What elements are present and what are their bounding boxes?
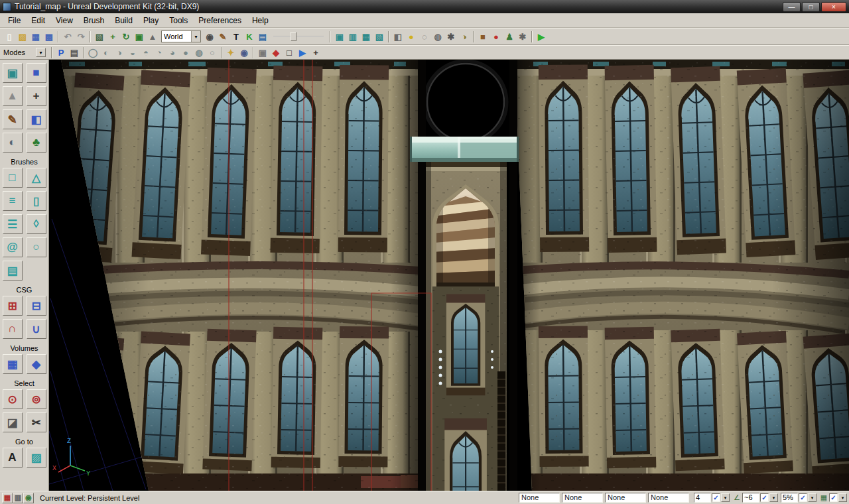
translate-widget-icon[interactable]: + xyxy=(106,30,119,43)
lock-selection-icon[interactable]: ✦ xyxy=(224,46,237,59)
build-options-icon[interactable]: ✱ xyxy=(516,30,529,43)
rotation-grid-value[interactable]: ~6 xyxy=(742,493,759,503)
select-inside-icon[interactable]: ⊙ xyxy=(3,389,23,409)
menu-item-file[interactable]: File xyxy=(3,15,26,27)
toggle-volume-icon[interactable]: ◆ xyxy=(27,354,46,374)
viewport-options-icon[interactable]: ▤ xyxy=(68,46,81,59)
save-all-icon[interactable]: ▩ xyxy=(42,30,56,43)
rotate-widget-icon[interactable]: ↻ xyxy=(119,30,133,43)
menu-item-preferences[interactable]: Preferences xyxy=(193,15,247,27)
menu-item-help[interactable]: Help xyxy=(247,15,274,27)
build-geometry-icon[interactable]: ◧ xyxy=(391,30,405,43)
go-to-builder-brush-icon[interactable]: ▨ xyxy=(27,448,46,468)
drag-grid-value[interactable]: 4 xyxy=(694,493,711,503)
maximize-button[interactable]: □ xyxy=(802,2,820,12)
foliage-mode-icon[interactable]: ♣ xyxy=(27,133,46,153)
show-flags-icon[interactable]: ◉ xyxy=(237,46,251,59)
terrain-editing-icon[interactable]: T xyxy=(229,30,243,43)
show-particles-icon[interactable]: ● xyxy=(179,46,192,59)
play-in-editor-icon[interactable]: ▶ xyxy=(535,30,548,43)
show-terrain-icon[interactable]: ◍ xyxy=(192,46,206,59)
new-map-icon[interactable]: ▯ xyxy=(3,30,16,43)
dropdown-arrow-icon[interactable]: ▾ xyxy=(191,31,200,42)
csg-intersect-icon[interactable]: ∩ xyxy=(3,319,23,339)
select-partial-icon[interactable]: ◪ xyxy=(3,412,23,432)
status-preview-icon[interactable]: ◉ xyxy=(23,493,34,503)
go-to-actor-icon[interactable]: A xyxy=(3,448,23,468)
play-in-viewport-icon[interactable]: ▶ xyxy=(296,46,309,59)
status-grid-icon[interactable]: ▥ xyxy=(13,493,23,503)
show-decals-icon[interactable]: ◓ xyxy=(139,46,153,59)
show-lighting-icon[interactable]: ◕ xyxy=(166,46,179,59)
redo-icon[interactable]: ↷ xyxy=(74,30,88,43)
build-paths-icon[interactable]: ◌ xyxy=(418,30,431,43)
perspective-view-icon[interactable]: P xyxy=(54,46,68,59)
world-frame-dropdown[interactable]: World▾ xyxy=(161,31,201,42)
status-property-field-2[interactable]: None xyxy=(562,493,603,503)
scale-snap-dropdown[interactable]: ▾ xyxy=(808,493,816,502)
camera-speed-icon[interactable]: ▲ xyxy=(146,30,159,43)
status-property-field-1[interactable]: None xyxy=(519,493,560,503)
csg-add-icon[interactable]: ⊞ xyxy=(3,296,23,316)
card-brush-icon[interactable]: ▤ xyxy=(3,261,23,281)
cone-brush-icon[interactable]: △ xyxy=(27,168,46,188)
scale-widget-icon[interactable]: ▣ xyxy=(133,30,146,43)
menu-item-build[interactable]: Build xyxy=(109,15,138,27)
build-lighting-icon[interactable]: ● xyxy=(405,30,418,43)
perspective-viewport[interactable]: Z X Y xyxy=(49,60,849,491)
generic-browser-icon[interactable]: ▣ xyxy=(333,30,346,43)
show-brushes-icon[interactable]: ◯ xyxy=(86,46,99,59)
status-property-field-3[interactable]: None xyxy=(605,493,646,503)
menu-item-play[interactable]: Play xyxy=(138,15,164,27)
actor-browser-icon[interactable]: ▦ xyxy=(359,30,373,43)
geometry-edit-mode-icon[interactable]: ◧ xyxy=(27,109,46,129)
build-cover-icon[interactable]: ◍ xyxy=(431,30,444,43)
pan-viewport-icon[interactable]: + xyxy=(309,46,322,59)
level-browser-icon[interactable]: ▥ xyxy=(346,30,359,43)
menu-item-view[interactable]: View xyxy=(50,15,78,27)
scene-manager-icon[interactable]: ▧ xyxy=(373,30,386,43)
title-bar[interactable]: Tutorial_map - Unreal Development Kit (3… xyxy=(0,0,849,13)
status-property-field-4[interactable]: None xyxy=(648,493,689,503)
sheet-brush-icon[interactable]: ◊ xyxy=(27,214,46,234)
menu-item-brush[interactable]: Brush xyxy=(78,15,109,27)
csg-deintersect-icon[interactable]: ∪ xyxy=(27,319,46,339)
texture-alignment-mode-icon[interactable]: ✎ xyxy=(3,109,23,129)
art-tools-icon[interactable]: ✎ xyxy=(216,30,229,43)
build-geometry-brown-icon[interactable]: ■ xyxy=(476,30,490,43)
build-all-icon[interactable]: ✱ xyxy=(444,30,458,43)
show-unlit-icon[interactable]: ○ xyxy=(206,46,219,59)
slider-thumb[interactable] xyxy=(291,32,296,41)
scale-snap-checkbox[interactable]: ✓ xyxy=(799,493,807,502)
autosave-dropdown[interactable]: ▾ xyxy=(838,493,847,502)
status-error-icon[interactable]: ▦ xyxy=(2,493,13,503)
lighting-quality-icon[interactable]: ◑ xyxy=(458,30,471,43)
cube-brush-icon[interactable]: □ xyxy=(3,168,23,188)
content-browser-icon[interactable]: ▤ xyxy=(256,30,269,43)
mesh-paint-mode-icon[interactable]: ◐ xyxy=(3,133,23,153)
geometry-mode-icon[interactable]: ■ xyxy=(27,63,46,83)
show-fog-icon[interactable]: ◔ xyxy=(153,46,166,59)
rotation-grid-dropdown[interactable]: ▾ xyxy=(769,493,778,502)
maximize-viewport-icon[interactable]: □ xyxy=(283,46,296,59)
rotation-grid-checkbox[interactable]: ✓ xyxy=(760,493,769,502)
drag-grid-dropdown[interactable]: ▾ xyxy=(721,493,730,502)
kismet-icon[interactable]: K xyxy=(243,30,256,43)
far-plane-slider[interactable] xyxy=(272,31,325,42)
open-map-icon[interactable]: ▨ xyxy=(16,30,29,43)
build-ai-paths-icon[interactable]: ♟ xyxy=(503,30,516,43)
sphere-brush-icon[interactable]: ○ xyxy=(27,237,46,257)
drag-grid-checkbox[interactable]: ✓ xyxy=(712,493,720,502)
socket-snapping-icon[interactable]: ▣ xyxy=(256,46,269,59)
cylinder-brush-icon[interactable]: ▯ xyxy=(27,191,46,211)
autosave-checkbox[interactable]: ✓ xyxy=(829,493,838,502)
undo-icon[interactable]: ↶ xyxy=(61,30,74,43)
show-grid-icon[interactable]: ◒ xyxy=(126,46,139,59)
select-touching-icon[interactable]: ⊚ xyxy=(27,389,46,409)
staircase-brush-icon[interactable]: ≡ xyxy=(3,191,23,211)
translation-mode-icon[interactable]: + xyxy=(27,86,46,106)
close-button[interactable]: × xyxy=(821,2,846,12)
menu-item-tools[interactable]: Tools xyxy=(164,15,193,27)
realtime-camera-icon[interactable]: ◆ xyxy=(269,46,283,59)
show-collision-icon[interactable]: ◑ xyxy=(113,46,126,59)
